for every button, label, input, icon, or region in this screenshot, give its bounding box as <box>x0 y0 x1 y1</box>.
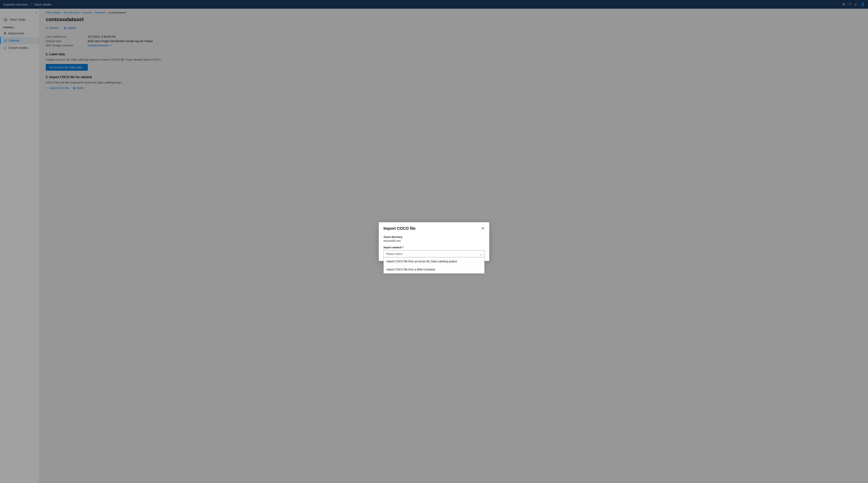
import-method-label-wrapper: Import method * <box>383 246 485 249</box>
dropdown-option-2[interactable]: Import COCO file from a Blob Container <box>384 266 484 273</box>
azure-directory-label: Azure directory <box>383 236 485 238</box>
import-method-select[interactable]: Please select <box>383 250 485 258</box>
import-method-field: Import method * Please select ⌄ Import C… <box>383 246 485 258</box>
modal-close-button[interactable]: ✕ <box>481 227 485 230</box>
modal-title: Import COCO file <box>383 226 415 231</box>
import-method-label: Import method <box>383 246 401 249</box>
modal-header: Import COCO file ✕ <box>379 222 489 234</box>
dropdown-options-list: Import COCO file from an Azure ML Data L… <box>383 258 485 274</box>
required-star: * <box>402 246 403 249</box>
import-method-dropdown-container: Please select ⌄ Import COCO file from an… <box>383 250 485 258</box>
dropdown-option-1[interactable]: Import COCO file from an Azure ML Data L… <box>384 258 484 266</box>
import-coco-modal: Import COCO file ✕ Azure directory micro… <box>379 222 489 261</box>
modal-body: Azure directory microsoft.com Import met… <box>379 234 489 258</box>
dropdown-placeholder: Please select <box>386 252 402 255</box>
azure-directory-value: microsoft.com <box>383 239 485 242</box>
modal-overlay[interactable]: Import COCO file ✕ Azure directory micro… <box>0 0 868 483</box>
azure-directory-field: Azure directory microsoft.com <box>383 236 485 242</box>
